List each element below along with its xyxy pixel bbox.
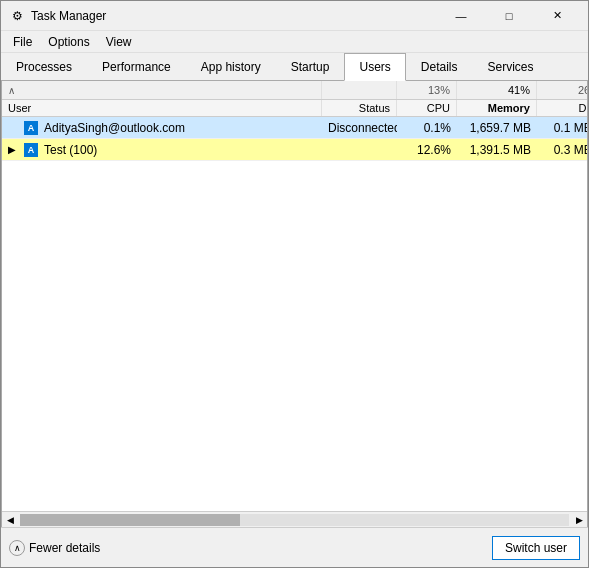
user-name-cell: A AdityaSingh@outlook.com [2,121,322,135]
user-name-cell: ▶ A Test (100) [2,143,322,157]
tab-performance[interactable]: Performance [87,53,186,81]
minimize-button[interactable]: — [438,1,484,31]
menu-file[interactable]: File [5,33,40,51]
user-name: Test (100) [44,143,97,157]
main-content: ∧ 13% 41% 26% 0 User Status CPU Memory D… [1,81,588,527]
col-disk-label[interactable]: Disk [537,100,588,116]
column-label-row: User Status CPU Memory Disk Netw [2,100,587,117]
user-icon-a2: A [24,143,38,157]
table-row[interactable]: A AdityaSingh@outlook.com Disconnected 0… [2,117,587,139]
disk-cell: 0.3 MB/s [537,139,587,160]
bottom-bar: ∧ Fewer details Switch user [1,527,588,567]
window-controls: — □ ✕ [438,1,580,31]
memory-cell: 1,659.7 MB [457,117,537,138]
col-status-label[interactable]: Status [322,100,397,116]
sort-arrow: ∧ [8,85,15,96]
col-memory-label[interactable]: Memory [457,100,537,116]
user-name: AdityaSingh@outlook.com [44,121,185,135]
tab-startup[interactable]: Startup [276,53,345,81]
tab-details[interactable]: Details [406,53,473,81]
fewer-details-label: Fewer details [29,541,100,555]
col-cpu-label[interactable]: CPU [397,100,457,116]
column-header-row: ∧ 13% 41% 26% 0 [2,81,587,100]
col-disk-pct: 26% [537,81,588,99]
scroll-right-arrow[interactable]: ▶ [571,514,587,526]
status-cell [322,139,397,160]
user-icon-a: A [24,121,38,135]
col-status-header [322,81,397,99]
tab-bar: Processes Performance App history Startu… [1,53,588,81]
title-bar: ⚙ Task Manager — □ ✕ [1,1,588,31]
scrollbar-track[interactable] [20,514,569,526]
cpu-cell: 0.1% [397,117,457,138]
fewer-details-button[interactable]: ∧ Fewer details [9,540,100,556]
expand-arrow-icon[interactable]: ▶ [8,144,22,155]
col-memory-pct: 41% [457,81,537,99]
scrollbar-thumb[interactable] [20,514,240,526]
app-icon: ⚙ [9,8,25,24]
horizontal-scrollbar[interactable]: ◀ ▶ [2,511,587,527]
tab-services[interactable]: Services [473,53,549,81]
tab-app-history[interactable]: App history [186,53,276,81]
col-user-header: ∧ [2,81,322,99]
fewer-details-icon: ∧ [9,540,25,556]
tab-processes[interactable]: Processes [1,53,87,81]
maximize-button[interactable]: □ [486,1,532,31]
col-user-label[interactable]: User [2,100,322,116]
menu-bar: File Options View [1,31,588,53]
table-body: A AdityaSingh@outlook.com Disconnected 0… [2,117,587,511]
switch-user-button[interactable]: Switch user [492,536,580,560]
menu-view[interactable]: View [98,33,140,51]
scroll-left-arrow[interactable]: ◀ [2,514,18,526]
window-title: Task Manager [31,9,438,23]
close-button[interactable]: ✕ [534,1,580,31]
memory-cell: 1,391.5 MB [457,139,537,160]
cpu-cell: 12.6% [397,139,457,160]
menu-options[interactable]: Options [40,33,97,51]
status-cell: Disconnected [322,117,397,138]
table-row[interactable]: ▶ A Test (100) 12.6% 1,391.5 MB 0.3 MB/s… [2,139,587,161]
task-manager-window: ⚙ Task Manager — □ ✕ File Options View P… [0,0,589,568]
tab-users[interactable]: Users [344,53,405,81]
disk-cell: 0.1 MB/s [537,117,587,138]
col-cpu-pct: 13% [397,81,457,99]
